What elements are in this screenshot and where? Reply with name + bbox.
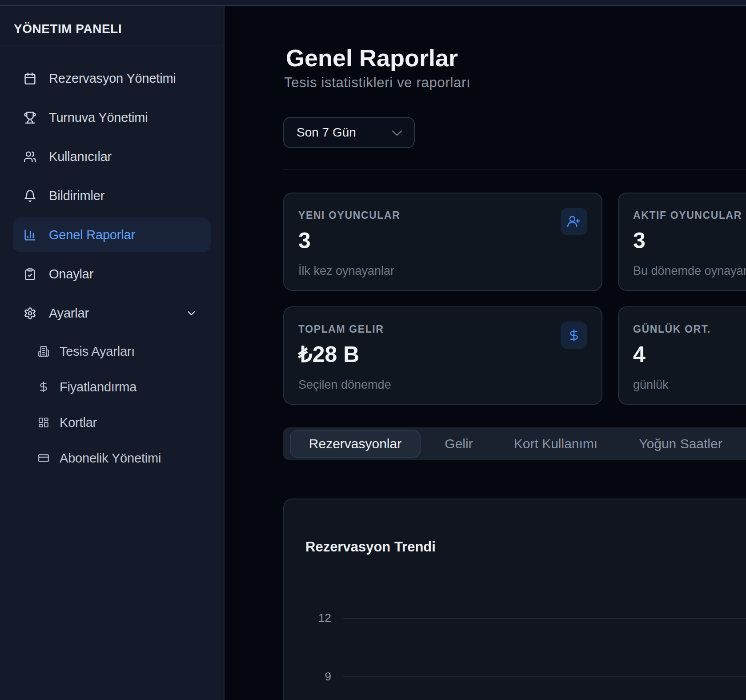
chart-title: Rezervasyon Trendi: [305, 539, 436, 555]
sidebar-header: YÖNETIM PANELI: [0, 6, 224, 45]
sidebar-item-turnuva-yonetimi[interactable]: Turnuva Yönetimi: [13, 100, 211, 135]
tab-kort-kullanimi[interactable]: Kort Kullanımı: [498, 427, 614, 460]
gridline: [343, 676, 746, 677]
dollar-icon: [567, 329, 581, 342]
dollar-icon: [38, 381, 49, 393]
sidebar: YÖNETIM PANELI Rezervasyon Yönetimi Turn…: [0, 6, 225, 700]
stat-card-yeni-oyuncular: YENI OYUNCULAR 3 İlk kez oynayanlar: [283, 193, 602, 291]
credit-card-icon: [38, 452, 49, 464]
stat-label: TOPLAM GELIR: [298, 323, 384, 335]
sidebar-item-kortlar[interactable]: Kortlar: [13, 408, 211, 437]
bell-icon: [24, 189, 36, 202]
stat-label: AKTIF OYUNCULAR: [633, 209, 742, 221]
period-select[interactable]: Son 7 Gün: [283, 117, 415, 148]
tab-yogun-saatler[interactable]: Yoğun Saatler: [621, 427, 741, 460]
chart-column-icon: [24, 229, 36, 241]
stat-label: GÜNLÜK ORT.: [633, 323, 711, 335]
stat-value: 4: [633, 341, 646, 368]
chart-card: Rezervasyon Trendi 12 9: [283, 499, 746, 700]
stat-card-aktif-oyuncular: AKTIF OYUNCULAR 3 Bu dönemde oynayanlar: [618, 193, 746, 291]
chevron-down-icon: [390, 126, 404, 140]
app-title: YÖNETIM PANELI: [14, 22, 122, 36]
sidebar-item-abonelik-yonetimi[interactable]: Abonelik Yönetimi: [13, 443, 211, 473]
sidebar-item-label: Fiyatlandırma: [60, 380, 136, 394]
stat-sub: günlük: [633, 378, 669, 392]
tab-gelir[interactable]: Gelir: [425, 427, 492, 460]
building-icon: [38, 346, 49, 357]
sidebar-item-label: Kullanıcılar: [49, 149, 112, 164]
page-title: Genel Raporlar: [286, 44, 458, 72]
sidebar-item-label: Tesis Ayarları: [60, 344, 135, 359]
stat-label: YENI OYUNCULAR: [298, 209, 400, 221]
sidebar-item-label: Onaylar: [49, 267, 93, 282]
sidebar-item-fiyatlandirma[interactable]: Fiyatlandırma: [13, 372, 211, 402]
page-subtitle: Tesis istatistikleri ve raporları: [284, 75, 470, 90]
sidebar-subnav: Tesis Ayarları Fiyatlandırma Kortlar Abo…: [13, 337, 211, 473]
sidebar-item-kullanicilar[interactable]: Kullanıcılar: [13, 139, 211, 174]
y-axis-tick-12: 12: [284, 611, 331, 625]
stat-value: ₺28 B: [298, 341, 359, 368]
sidebar-item-ayarlar[interactable]: Ayarlar: [13, 296, 211, 330]
sidebar-item-onaylar[interactable]: Onaylar: [13, 257, 211, 291]
sidebar-nav: Rezervasyon Yönetimi Turnuva Yönetimi Ku…: [13, 61, 211, 479]
stat-sub: Bu dönemde oynayanlar: [633, 264, 746, 278]
sidebar-item-rezervasyon-yonetimi[interactable]: Rezervasyon Yönetimi: [13, 61, 211, 96]
stat-value: 3: [298, 227, 311, 254]
user-plus-icon: [567, 215, 581, 228]
sidebar-item-label: Ayarlar: [49, 306, 89, 321]
sidebar-item-label: Genel Raporlar: [49, 228, 135, 242]
stat-sub: Seçilen dönemde: [298, 378, 391, 392]
clipboard-check-icon: [24, 268, 36, 281]
dashboard-page: YÖNETIM PANELI Rezervasyon Yönetimi Turn…: [0, 0, 746, 700]
chevron-down-icon: [185, 307, 197, 319]
period-select-value: Son 7 Gün: [297, 118, 356, 147]
users-icon: [24, 150, 36, 163]
sidebar-item-label: Kortlar: [60, 415, 97, 430]
gridline: [343, 618, 746, 619]
trophy-icon: [24, 111, 36, 124]
sidebar-item-label: Abonelik Yönetimi: [60, 451, 161, 466]
stat-card-toplam-gelir: TOPLAM GELIR ₺28 B Seçilen dönemde: [283, 306, 602, 405]
gear-icon: [24, 307, 36, 320]
sidebar-item-label: Turnuva Yönetimi: [49, 110, 148, 125]
sidebar-item-label: Rezervasyon Yönetimi: [49, 71, 176, 86]
header-divider: [283, 169, 746, 169]
sidebar-item-genel-raporlar[interactable]: Genel Raporlar: [13, 217, 211, 252]
stat-sub: İlk kez oynayanlar: [298, 264, 394, 278]
stat-value: 3: [633, 227, 646, 254]
top-strip: [0, 0, 746, 6]
stat-card-gunluk-ort: GÜNLÜK ORT. 4 günlük: [618, 306, 746, 405]
main-content: Genel Raporlar Tesis istatistikleri ve r…: [225, 6, 746, 700]
sidebar-item-bildirimler[interactable]: Bildirimler: [13, 178, 211, 213]
sidebar-item-tesis-ayarlari[interactable]: Tesis Ayarları: [13, 337, 211, 366]
tab-rezervasyonlar[interactable]: Rezervasyonlar: [290, 430, 421, 458]
report-tabs: Rezervasyonlar Gelir Kort Kullanımı Yoğu…: [283, 427, 746, 460]
calendar-icon: [24, 72, 36, 85]
sidebar-item-label: Bildirimler: [49, 189, 104, 203]
stat-icon-badge: [561, 208, 587, 235]
stat-icon-badge: [561, 322, 587, 349]
layout-dashboard-icon: [38, 417, 49, 428]
y-axis-tick-9: 9: [284, 669, 331, 684]
